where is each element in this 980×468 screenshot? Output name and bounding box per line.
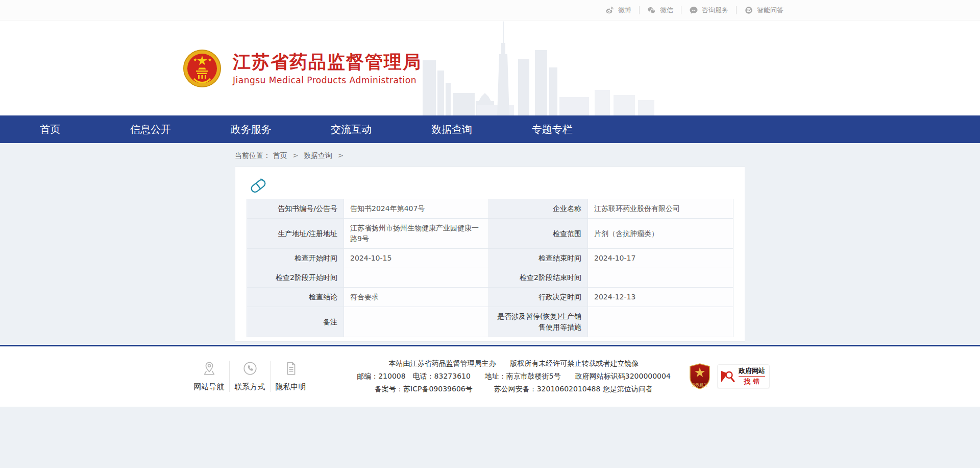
party-badge-label: 党政机关: [692, 383, 708, 387]
field-label: 检查2阶段结束时间: [489, 268, 588, 288]
main-nav: 首页 信息公开 政务服务 交流互动 数据查询 专题专栏: [0, 115, 980, 143]
phone-icon: [230, 361, 270, 376]
finder-bottom-label: 找错: [742, 378, 763, 386]
field-label: 检查范围: [489, 219, 588, 249]
detail-panel: 告知书编号/公告号 告知书2024年第407号 企业名称 江苏联环药业股份有限公…: [235, 167, 745, 342]
field-value: 片剂（含抗肿瘤类）: [588, 219, 733, 249]
field-value: 2024-10-15: [344, 249, 489, 268]
consult-service-label: 咨询服务: [702, 6, 728, 14]
footer-link-contact[interactable]: 联系方式: [229, 361, 270, 392]
nav-item-home[interactable]: 首页: [0, 115, 101, 143]
inspection-detail-table: 告知书编号/公告号 告知书2024年第407号 企业名称 江苏联环药业股份有限公…: [247, 199, 733, 337]
wechat-label: 微信: [660, 6, 673, 14]
footer-line-contact: 邮编：210008 电话：83273610 地址：南京市鼓楼街5号 政府网站标识…: [339, 370, 689, 383]
field-value: 告知书2024年第407号: [344, 199, 489, 219]
field-label: 企业名称: [489, 199, 588, 219]
footer-badges: 党政机关 政府网站 找错: [689, 363, 770, 390]
weibo-link[interactable]: 微博: [598, 0, 639, 20]
weibo-icon: [605, 6, 615, 15]
footer-link-sitemap[interactable]: 网站导航: [189, 361, 229, 392]
breadcrumb-home-link[interactable]: 首页: [273, 151, 287, 159]
field-label: 行政决定时间: [489, 288, 588, 307]
field-value: 江苏联环药业股份有限公司: [588, 199, 733, 219]
smart-qa-link[interactable]: 智能问答: [736, 6, 791, 14]
chat-bubble-icon: [689, 6, 698, 15]
page: 微博 微信 咨询服务 智能问答: [0, 0, 980, 468]
field-label: 检查结论: [247, 288, 344, 307]
footer-link-label: 联系方式: [230, 382, 270, 392]
footer: 网站导航 联系方式: [0, 346, 980, 407]
breadcrumb-separator: >: [338, 151, 344, 159]
map-pin-icon: [189, 361, 229, 376]
site-subtitle-en: Jiangsu Medical Products Administration: [233, 75, 422, 85]
site-header: 江苏省药品监督管理局 Jiangsu Medical Products Admi…: [0, 20, 980, 115]
wechat-link[interactable]: 微信: [639, 6, 681, 14]
field-label: 是否涉及暂停(恢复)生产销售使用等措施: [489, 307, 588, 337]
breadcrumb: 当前位置： 首页 > 数据查询 >: [235, 143, 745, 167]
city-skyline-watermark: [419, 20, 658, 115]
consult-service-link[interactable]: 咨询服务: [681, 6, 736, 14]
field-label: 检查2阶段开始时间: [247, 268, 344, 288]
footer-line-host: 本站由江苏省药品监督管理局主办 版权所有未经许可禁止转载或者建立镜像: [339, 357, 689, 370]
weibo-label: 微博: [618, 0, 631, 20]
field-value: [344, 307, 489, 337]
footer-line-icp: 备案号：苏ICP备09039606号 苏公网安备：32010602010488 …: [339, 383, 689, 395]
finder-top-label: 政府网站: [739, 367, 765, 377]
site-title: 江苏省药品监督管理局: [233, 52, 422, 72]
breadcrumb-dataquery-link[interactable]: 数据查询: [304, 151, 332, 159]
field-value: 2024-12-13: [588, 288, 733, 307]
table-row: 备注 是否涉及暂停(恢复)生产销售使用等措施: [247, 307, 733, 337]
field-label: 检查结束时间: [489, 249, 588, 268]
footer-link-label: 隐私申明: [271, 382, 311, 392]
nav-item-interaction[interactable]: 交流互动: [301, 115, 402, 143]
smart-qa-label: 智能问答: [757, 6, 783, 14]
table-row: 检查开始时间 2024-10-15 检查结束时间 2024-10-17: [247, 249, 733, 268]
nav-item-special-columns[interactable]: 专题专栏: [502, 115, 602, 143]
breadcrumb-separator: >: [292, 151, 299, 159]
nav-item-gov-services[interactable]: 政务服务: [201, 115, 301, 143]
field-label: 告知书编号/公告号: [247, 199, 344, 219]
nav-item-info-disclosure[interactable]: 信息公开: [101, 115, 201, 143]
document-icon: [271, 361, 311, 376]
footer-info: 本站由江苏省药品监督管理局主办 版权所有未经许可禁止转载或者建立镜像 邮编：21…: [311, 357, 689, 395]
breadcrumb-label: 当前位置：: [235, 151, 271, 159]
table-row: 生产地址/注册地址 江苏省扬州市扬州生物健康产业园健康一路9号 检查范围 片剂（…: [247, 219, 733, 249]
field-value: 符合要求: [344, 288, 489, 307]
content-area: 当前位置： 首页 > 数据查询 >: [0, 143, 980, 342]
wechat-icon: [647, 6, 656, 15]
field-value: 2024-10-17: [588, 249, 733, 268]
footer-link-privacy[interactable]: 隐私申明: [270, 361, 311, 392]
field-value: [588, 307, 733, 337]
field-label: 生产地址/注册地址: [247, 219, 344, 249]
robot-icon: [744, 6, 753, 15]
field-value: [344, 268, 489, 288]
magnifier-icon: [720, 368, 736, 385]
field-value: [588, 268, 733, 288]
field-value: 江苏省扬州市扬州生物健康产业园健康一路9号: [344, 219, 489, 249]
gov-site-error-finder-badge[interactable]: 政府网站 找错: [717, 364, 770, 388]
topbar: 微博 微信 咨询服务 智能问答: [0, 0, 980, 20]
pill-icon: [248, 176, 269, 195]
national-emblem-logo: [183, 49, 222, 88]
party-gov-badge[interactable]: 党政机关: [689, 363, 711, 390]
footer-links: 网站导航 联系方式: [189, 361, 311, 392]
field-label: 检查开始时间: [247, 249, 344, 268]
table-row: 告知书编号/公告号 告知书2024年第407号 企业名称 江苏联环药业股份有限公…: [247, 199, 733, 219]
footer-link-label: 网站导航: [189, 382, 229, 392]
table-row: 检查2阶段开始时间 检查2阶段结束时间: [247, 268, 733, 288]
table-row: 检查结论 符合要求 行政决定时间 2024-12-13: [247, 288, 733, 307]
field-label: 备注: [247, 307, 344, 337]
nav-item-data-query[interactable]: 数据查询: [402, 115, 502, 143]
